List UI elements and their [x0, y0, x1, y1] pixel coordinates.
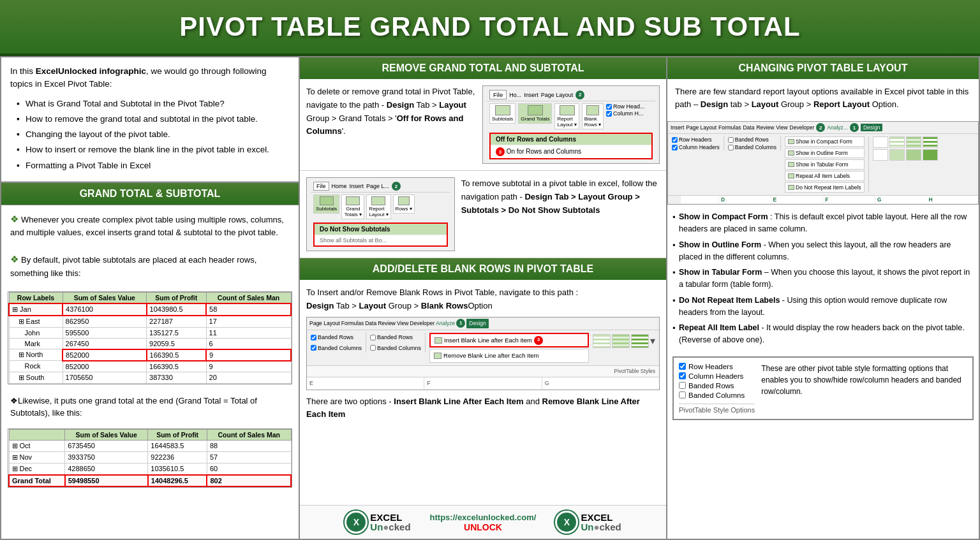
lm-tab-view[interactable]: View	[776, 124, 787, 131]
page-layout-tab[interactable]: Page Layout	[541, 92, 574, 98]
grand-totals-btn[interactable]: Grand Totals	[518, 103, 552, 124]
col-headers-check[interactable]: Banded Columns	[311, 344, 362, 353]
subtotals-text: To remove subtotal in a pivot table in e…	[461, 177, 660, 251]
dropdown-item-off[interactable]: Off for Rows and Columns	[491, 134, 651, 145]
rb-col-check[interactable]: Column Headers	[679, 372, 755, 380]
insert-tab2[interactable]: Insert	[350, 183, 364, 189]
banded-cols-check[interactable]: Banded Columns	[370, 344, 421, 353]
review-tab3[interactable]: Review	[378, 319, 396, 328]
cell: 227187	[147, 316, 207, 328]
style-r8[interactable]	[923, 149, 938, 161]
cell: 6735450	[65, 440, 148, 451]
gt-section-title: GRAND TOTAL & SUBTOTAL	[1, 182, 299, 205]
banded-rows-label-r: Banded Rows	[735, 136, 769, 143]
do-not-show-btn[interactable]: Do Not Show Subtotals	[315, 224, 447, 235]
tabular-btn[interactable]: Show in Tabular Form	[785, 159, 865, 170]
rb-row-check[interactable]: Row Headers	[679, 363, 755, 370]
brand2-top: EXCEL	[581, 513, 621, 522]
banded-cols-label: Banded Columns	[377, 344, 421, 353]
lm-tab-review[interactable]: Review	[756, 124, 774, 131]
style-swatch1[interactable]	[593, 334, 611, 348]
ch-check[interactable]: Column Headers	[672, 144, 720, 150]
subtotals-btn2[interactable]: Subtotals	[313, 194, 339, 214]
blank-rows-btn[interactable]: BlankRows ▾	[582, 103, 604, 129]
row-head-check[interactable]	[606, 104, 612, 110]
diamond-icon: ❖	[10, 214, 19, 224]
excel-ui-grand-totals: File Ho... Insert Page Layout 2 Subtotal…	[482, 85, 660, 164]
report-btn2[interactable]: ReportLayout ▾	[366, 194, 390, 219]
and-label: and	[526, 397, 542, 406]
lm-tab-pl[interactable]: Page Layout	[686, 124, 716, 131]
lm-tab-insert[interactable]: Insert	[671, 124, 684, 131]
style-r7[interactable]	[906, 149, 921, 161]
br-check[interactable]: Banded Rows	[728, 136, 776, 143]
cell: John	[9, 327, 63, 338]
home-tab[interactable]: Ho...	[509, 92, 521, 98]
compact-btn[interactable]: Show in Compact Form	[785, 136, 865, 147]
rb-banded-cols-check[interactable]: Banded Columns	[679, 391, 755, 399]
formulas-tab3[interactable]: Formulas	[341, 319, 364, 328]
lm-tab-data[interactable]: Data	[743, 124, 754, 131]
file-tab[interactable]: File	[489, 90, 507, 99]
brand1-text: EXCEL Un●cked	[370, 513, 410, 532]
page-layout-tab3[interactable]: Page Layout	[309, 319, 340, 328]
bc-check[interactable]: Banded Columns	[728, 144, 776, 150]
no-repeat-btn[interactable]: Do Not Repeat Item Labels	[785, 182, 865, 193]
styles-arrow[interactable]: ▾	[650, 333, 655, 349]
style-r4[interactable]	[923, 136, 938, 148]
col-head-check[interactable]	[606, 111, 612, 117]
remove-text-c: Tab >	[417, 100, 440, 110]
grand-totals-btn2[interactable]: GrandTotals ▾	[341, 194, 364, 219]
banded-rows-cb[interactable]	[679, 382, 686, 389]
show-all-btn[interactable]: Show all Subtotals at Bo...	[315, 235, 447, 245]
developer-tab3[interactable]: Developer	[410, 319, 434, 328]
data-tab3[interactable]: Data	[365, 319, 376, 328]
page-l-tab2[interactable]: Page L...	[366, 183, 389, 189]
blank-btn2[interactable]: Rows ▾	[393, 194, 415, 214]
style-r5[interactable]	[873, 149, 888, 161]
style-r3[interactable]	[906, 136, 921, 148]
banded-rows-check[interactable]: Banded Rows	[370, 333, 421, 342]
bullet-item: How to insert or remove the blank line i…	[17, 142, 290, 157]
banded-cols-cb[interactable]	[679, 391, 686, 398]
mini-table1: Row Labels Sum of Sales Value Sum of Pro…	[8, 291, 292, 384]
bullet-no-repeat: Do Not Repeat Item Labels - Using this o…	[672, 295, 974, 319]
cell: ⊞ North	[9, 349, 63, 361]
lm-tab-formulas[interactable]: Formulas	[718, 124, 741, 131]
cell: 20	[206, 372, 291, 383]
col-headers-cb[interactable]	[679, 372, 686, 379]
excel-logo1: X	[345, 511, 368, 534]
remove-blank-btn[interactable]: Remove Blank Line after Each Item	[429, 349, 589, 362]
lm-tab-design[interactable]: Design	[861, 124, 882, 131]
insert-tab[interactable]: Insert	[524, 92, 538, 98]
style-r2[interactable]	[889, 136, 905, 148]
style-r1[interactable]	[873, 136, 888, 148]
rb-banded-rows-check[interactable]: Banded Rows	[679, 382, 755, 390]
outline-btn[interactable]: Show in Outline Form	[785, 148, 865, 158]
row-headers-cb[interactable]	[679, 363, 686, 370]
file-tab2[interactable]: File	[313, 182, 329, 191]
style-r6[interactable]	[889, 149, 905, 161]
bullet-tabular: Show in Tabular Form – When you choose t…	[672, 266, 974, 291]
repeat-btn[interactable]: Repeat All Item Labels	[785, 171, 865, 181]
style-swatch2[interactable]	[612, 334, 630, 348]
design-tab3[interactable]: Design	[466, 319, 488, 329]
page-title: PIVOT TABLE GRAND TOTAL AND SUB TOTAL	[13, 11, 967, 42]
row-headers-check[interactable]: Banded Rows	[311, 333, 362, 342]
insert-option-bold: Insert Blank Line After Each Item	[394, 397, 523, 406]
dropdown-item-on[interactable]: 3 On for Rows and Columns	[491, 145, 651, 158]
col-headers-label: Banded Columns	[318, 344, 362, 353]
report-layout-btn[interactable]: ReportLayout ▾	[554, 103, 579, 129]
analyze-tab3[interactable]: Analyze	[436, 319, 455, 328]
badge-3c: 3	[534, 336, 543, 345]
col-g-r: G	[875, 196, 927, 203]
subtotals-btn[interactable]: Subtotals	[489, 103, 516, 124]
style-swatch3[interactable]	[631, 334, 649, 348]
view-tab3[interactable]: View	[397, 319, 408, 328]
insert-blank-btn[interactable]: Insert Blank Line after Each Item 3	[429, 333, 589, 347]
home-tab2[interactable]: Home	[332, 183, 347, 189]
right-layout-bold: Layout	[752, 99, 779, 109]
lm-tab-analyze[interactable]: Analyz...	[827, 124, 848, 131]
rh-check[interactable]: Row Headers	[672, 136, 720, 143]
lm-tab-developer[interactable]: Developer	[790, 124, 815, 131]
